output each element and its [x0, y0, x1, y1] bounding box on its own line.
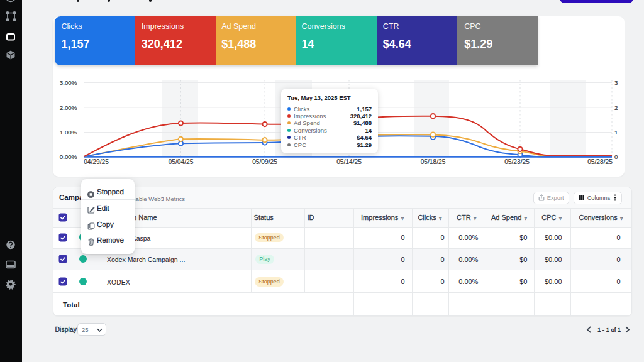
svg-text:3: 3	[614, 79, 618, 86]
svg-text:05/04/25: 05/04/25	[169, 158, 194, 165]
svg-text:05/28/25: 05/28/25	[587, 158, 613, 165]
svg-text:05/18/25: 05/18/25	[421, 158, 446, 165]
svg-text:05/23/25: 05/23/25	[504, 158, 530, 165]
svg-text:05/09/25: 05/09/25	[252, 158, 277, 165]
svg-text:3.00%: 3.00%	[60, 79, 77, 86]
svg-text:04/29/25: 04/29/25	[84, 158, 109, 165]
svg-text:0.00%: 0.00%	[60, 153, 77, 160]
svg-text:1.00%: 1.00%	[60, 129, 77, 136]
svg-text:2.00%: 2.00%	[60, 104, 77, 111]
svg-text:0: 0	[614, 153, 618, 160]
svg-text:2: 2	[614, 104, 618, 111]
svg-text:05/14/25: 05/14/25	[336, 158, 362, 165]
svg-text:1: 1	[614, 129, 618, 136]
